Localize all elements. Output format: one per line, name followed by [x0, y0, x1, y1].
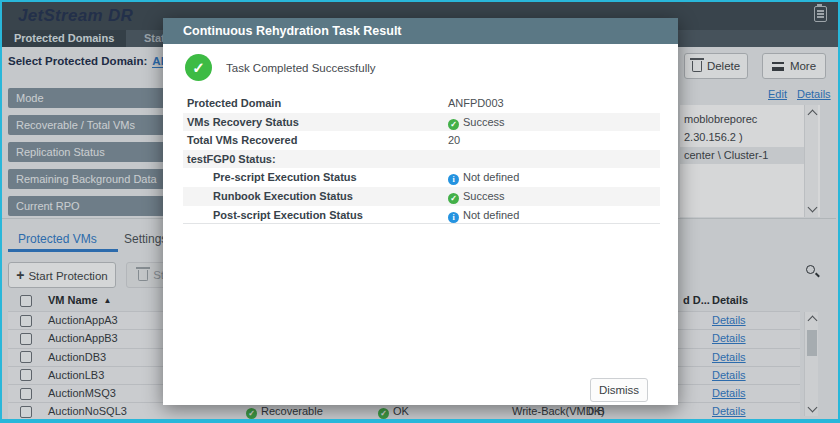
success-check-icon: ✓ — [185, 54, 212, 81]
result-rows: Protected Domain ANFPD003 VMs Recovery S… — [183, 94, 660, 224]
row-label: VMs Recovery Status — [187, 113, 299, 132]
info-icon: i — [448, 212, 459, 223]
info-icon: i — [448, 174, 459, 185]
rehydration-result-dialog: Continuous Rehydration Task Result ✓ Tas… — [163, 18, 678, 405]
row-label: testFGP0 Status: — [187, 150, 276, 169]
dialog-title: Continuous Rehydration Task Result — [163, 18, 678, 44]
row-value: iNot defined — [448, 206, 519, 225]
result-row-runbook: Runbook Execution Status ✓Success — [183, 187, 660, 206]
row-value: 20 — [448, 131, 460, 150]
result-row-testfgp0-status: testFGP0 Status: — [183, 150, 660, 169]
result-row-protected-domain: Protected Domain ANFPD003 — [183, 94, 660, 113]
row-value: ✓Success — [448, 113, 505, 132]
result-row-total-vms-recovered: Total VMs Recovered 20 — [183, 131, 660, 150]
success-icon: ✓ — [448, 193, 459, 204]
row-label: Protected Domain — [187, 94, 281, 113]
result-row-post-script: Post-script Execution Status iNot define… — [183, 206, 660, 225]
row-value: ANFPD003 — [448, 94, 504, 113]
result-row-vms-recovery-status: VMs Recovery Status ✓Success — [183, 113, 660, 132]
app-window: JetStream DR Protected Domains Statistic… — [0, 0, 840, 423]
result-row-pre-script: Pre-script Execution Status iNot defined — [183, 168, 660, 187]
success-icon: ✓ — [448, 119, 459, 130]
row-label: Runbook Execution Status — [213, 187, 353, 206]
row-label: Total VMs Recovered — [187, 131, 297, 150]
row-value: iNot defined — [448, 168, 519, 187]
row-label: Pre-script Execution Status — [213, 168, 357, 187]
dialog-status-message: Task Completed Successfully — [226, 62, 376, 74]
row-value: ✓Success — [448, 187, 505, 206]
row-label: Post-script Execution Status — [213, 206, 363, 225]
dismiss-button[interactable]: Dismiss — [590, 378, 648, 402]
